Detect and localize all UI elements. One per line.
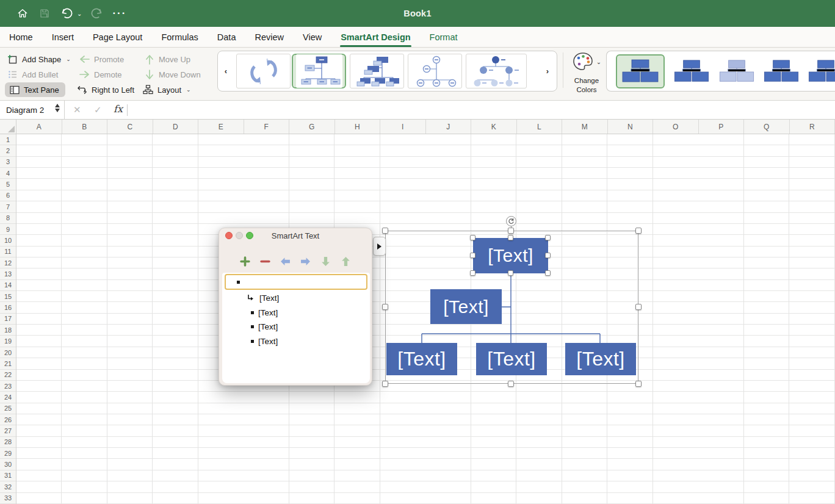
text-pane-entry-3[interactable]: [Text] bbox=[222, 320, 370, 334]
row-header-24[interactable]: 24 bbox=[0, 392, 16, 403]
variant-thumb-4[interactable] bbox=[759, 54, 803, 88]
row-header-28[interactable]: 28 bbox=[0, 437, 16, 448]
layout-thumb-circle-hierarchy[interactable] bbox=[408, 54, 462, 88]
tab-insert[interactable]: Insert bbox=[51, 28, 74, 46]
text-pane-active-input[interactable] bbox=[225, 274, 367, 290]
row-header-33[interactable]: 33 bbox=[0, 493, 16, 504]
row-header-7[interactable]: 7 bbox=[0, 201, 16, 212]
row-header-13[interactable]: 13 bbox=[0, 268, 16, 279]
frame-handle-middle-left[interactable] bbox=[382, 304, 388, 310]
formula-input[interactable] bbox=[131, 101, 835, 119]
row-header-12[interactable]: 12 bbox=[0, 257, 16, 268]
column-header-A[interactable]: A bbox=[16, 120, 62, 134]
confirm-icon[interactable]: ✓ bbox=[94, 104, 102, 115]
row-header-20[interactable]: 20 bbox=[0, 347, 16, 358]
layout-thumb-organization-chart[interactable] bbox=[292, 54, 346, 88]
smartart-top-box[interactable]: [Text] bbox=[473, 238, 548, 273]
shape-handle-bottom-right[interactable] bbox=[545, 270, 551, 276]
move-up-button[interactable]: Move Up bbox=[144, 52, 190, 66]
frame-handle-middle-right[interactable] bbox=[635, 304, 642, 310]
row-header-27[interactable]: 27 bbox=[0, 425, 16, 436]
row-header-18[interactable]: 18 bbox=[0, 325, 16, 336]
panel-title-bar[interactable]: SmartArt Text bbox=[219, 228, 372, 243]
change-colors-button[interactable]: ⌄ Change Colors bbox=[568, 51, 605, 94]
variant-thumb-5[interactable] bbox=[804, 54, 835, 88]
cancel-icon[interactable]: ✕ bbox=[73, 104, 81, 115]
frame-handle-bottom-middle[interactable] bbox=[508, 381, 514, 387]
tab-smartart-design[interactable]: SmartArt Design bbox=[340, 28, 411, 46]
gallery-scroll-left-icon[interactable]: ‹ bbox=[218, 51, 234, 91]
promote-arrow-icon[interactable] bbox=[279, 255, 292, 268]
column-header-E[interactable]: E bbox=[198, 120, 244, 134]
row-header-15[interactable]: 15 bbox=[0, 291, 16, 302]
smartart-child-box-3[interactable]: [Text] bbox=[565, 343, 636, 375]
column-header-H[interactable]: H bbox=[335, 120, 381, 134]
tab-view[interactable]: View bbox=[302, 28, 322, 46]
text-pane-button[interactable]: Text Pane bbox=[5, 82, 65, 97]
column-header-D[interactable]: D bbox=[153, 120, 199, 134]
shape-handle-middle-left[interactable] bbox=[470, 253, 475, 258]
frame-handle-top-right[interactable] bbox=[635, 228, 642, 234]
tab-data[interactable]: Data bbox=[217, 28, 237, 46]
text-pane-entry-1[interactable]: [Text] bbox=[222, 291, 370, 306]
add-bullet-button[interactable]: Add Bullet bbox=[7, 68, 58, 81]
layout-thumb-half-circle-organization-chart[interactable] bbox=[466, 54, 527, 88]
row-header-5[interactable]: 5 bbox=[0, 179, 16, 190]
row-header-6[interactable]: 6 bbox=[0, 190, 16, 201]
smartart-child-box-1[interactable]: [Text] bbox=[386, 343, 457, 375]
promote-button[interactable]: Promote bbox=[79, 52, 124, 66]
row-header-29[interactable]: 29 bbox=[0, 448, 16, 459]
layout-thumb-cycle[interactable] bbox=[236, 54, 291, 88]
shape-handle-top-middle[interactable] bbox=[508, 235, 513, 240]
shape-handle-bottom-middle[interactable] bbox=[508, 270, 513, 276]
tab-page-layout[interactable]: Page Layout bbox=[92, 28, 143, 46]
move-up-arrow-icon[interactable] bbox=[339, 255, 352, 268]
variant-thumb-3[interactable] bbox=[715, 54, 759, 88]
row-header-2[interactable]: 2 bbox=[0, 145, 16, 156]
row-header-14[interactable]: 14 bbox=[0, 280, 16, 291]
row-header-3[interactable]: 3 bbox=[0, 157, 16, 168]
layout-thumb-name-and-title-organization-chart[interactable] bbox=[350, 54, 404, 88]
gallery-scroll-right-icon[interactable]: › bbox=[540, 51, 555, 91]
row-header-8[interactable]: 8 bbox=[0, 213, 16, 224]
demote-button[interactable]: Demote bbox=[79, 68, 122, 81]
variant-thumb-2[interactable] bbox=[670, 54, 714, 88]
row-header-21[interactable]: 21 bbox=[0, 358, 16, 369]
select-all-button[interactable] bbox=[0, 120, 16, 134]
row-header-23[interactable]: 23 bbox=[0, 381, 16, 392]
add-item-icon[interactable] bbox=[239, 255, 251, 268]
column-header-C[interactable]: C bbox=[107, 120, 153, 134]
variant-thumb-1[interactable] bbox=[616, 54, 665, 88]
text-pane-entry-2[interactable]: [Text] bbox=[222, 306, 370, 320]
row-header-30[interactable]: 30 bbox=[0, 459, 16, 470]
column-header-O[interactable]: O bbox=[653, 120, 699, 134]
tab-formulas[interactable]: Formulas bbox=[161, 28, 198, 46]
text-pane-entry-4[interactable]: [Text] bbox=[222, 334, 370, 349]
smartart-assistant-box[interactable]: [Text] bbox=[430, 289, 502, 324]
row-header-31[interactable]: 31 bbox=[0, 470, 16, 481]
name-box-stepper[interactable] bbox=[55, 104, 60, 112]
right-to-left-button[interactable]: Right to Left bbox=[77, 83, 134, 96]
frame-handle-top-left[interactable] bbox=[382, 228, 388, 234]
column-header-L[interactable]: L bbox=[517, 120, 563, 134]
column-header-P[interactable]: P bbox=[699, 120, 745, 134]
rotate-handle-icon[interactable] bbox=[506, 216, 516, 226]
smartart-child-box-2[interactable]: [Text] bbox=[476, 343, 547, 375]
shape-handle-bottom-left[interactable] bbox=[470, 270, 475, 276]
frame-handle-bottom-left[interactable] bbox=[382, 381, 388, 387]
row-header-9[interactable]: 9 bbox=[0, 224, 16, 235]
tab-home[interactable]: Home bbox=[9, 28, 34, 46]
shape-handle-top-left[interactable] bbox=[470, 235, 475, 240]
move-down-button[interactable]: Move Down bbox=[144, 68, 201, 81]
row-header-17[interactable]: 17 bbox=[0, 314, 16, 325]
shape-handle-top-right[interactable] bbox=[545, 235, 551, 240]
shape-handle-middle-right[interactable] bbox=[545, 253, 551, 258]
column-header-J[interactable]: J bbox=[426, 120, 472, 134]
row-header-32[interactable]: 32 bbox=[0, 481, 16, 492]
row-header-26[interactable]: 26 bbox=[0, 414, 16, 425]
frame-handle-top-middle[interactable] bbox=[508, 228, 514, 234]
demote-arrow-icon[interactable] bbox=[299, 255, 312, 268]
column-header-Q[interactable]: Q bbox=[744, 120, 790, 134]
column-header-M[interactable]: M bbox=[562, 120, 608, 134]
column-header-I[interactable]: I bbox=[380, 120, 426, 134]
